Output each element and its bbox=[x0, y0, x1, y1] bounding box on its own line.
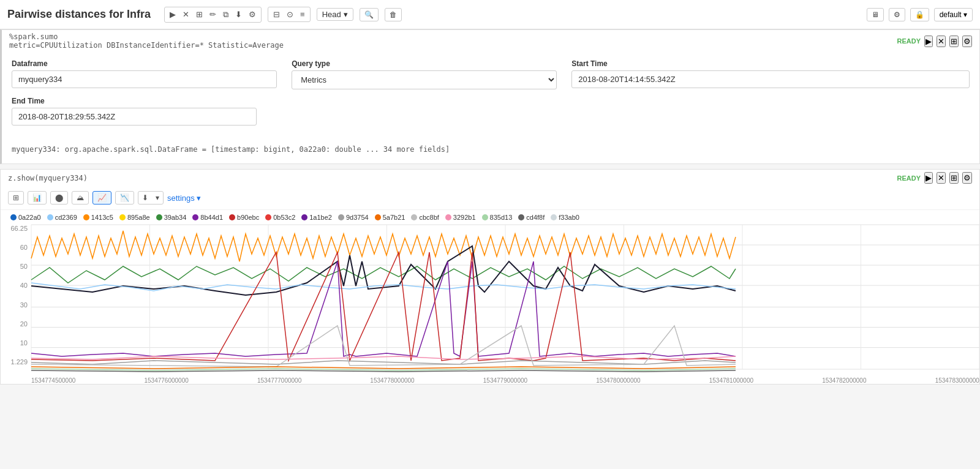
dataframe-input[interactable] bbox=[12, 70, 277, 88]
cell-1-code-line2: metric=CPUUtilization DBInstanceIdentifi… bbox=[9, 41, 284, 50]
cell-1-run[interactable]: ▶ bbox=[924, 36, 933, 47]
legend-item-895a8e: 895a8e bbox=[119, 214, 150, 221]
form-row-1: Dataframe Query type Metrics Logs Traces… bbox=[12, 59, 970, 89]
cell-1-status: READY ▶ ✕ ⊞ ⚙ bbox=[897, 36, 972, 47]
y-label: 40 bbox=[20, 282, 28, 289]
scatter-chart-btn[interactable]: 📉 bbox=[115, 191, 134, 204]
end-time-input[interactable] bbox=[12, 108, 257, 126]
cell-2-settings-gear[interactable]: ⚙ bbox=[962, 172, 972, 184]
top-bar-right: 🖥 ⚙ 🔒 default ▾ bbox=[867, 8, 973, 21]
y-label: 30 bbox=[20, 301, 28, 309]
legend-label: 5a7b21 bbox=[383, 214, 405, 221]
download-button[interactable]: ⬇ bbox=[233, 9, 244, 20]
dataframe-group: Dataframe bbox=[12, 59, 277, 89]
legend-dot bbox=[338, 214, 344, 220]
start-time-input[interactable] bbox=[571, 70, 970, 88]
cell-2-grid[interactable]: ⊞ bbox=[949, 172, 959, 184]
chart-legend: 0a22a0cd23691413c5895a8e39ab348b44d1b90e… bbox=[1, 210, 979, 225]
stop-button[interactable]: ✕ bbox=[180, 9, 192, 20]
line-8b44d1 bbox=[31, 261, 736, 356]
start-time-group: Start Time bbox=[571, 59, 970, 89]
query-type-label: Query type bbox=[292, 59, 557, 68]
line-chart-btn[interactable]: 📈 bbox=[92, 191, 111, 204]
copy-button[interactable]: ⧉ bbox=[221, 9, 231, 21]
line-cbc8bf bbox=[31, 326, 736, 367]
layout-button[interactable]: ⊟ bbox=[271, 9, 282, 20]
legend-dot bbox=[518, 214, 524, 220]
edit-button[interactable]: ✏ bbox=[207, 9, 219, 20]
legend-label: 8b44d1 bbox=[200, 214, 223, 221]
start-time-label: Start Time bbox=[571, 59, 970, 68]
gear-button[interactable]: ⚙ bbox=[246, 9, 258, 20]
table-view-btn[interactable]: ⊞ bbox=[8, 191, 24, 204]
x-label: 1534783000000 bbox=[935, 377, 979, 384]
notebook: %spark.sumo metric=CPUUtilization DBInst… bbox=[0, 29, 980, 385]
legend-label: 3292b1 bbox=[453, 214, 476, 221]
pie-chart-btn[interactable]: ⬤ bbox=[50, 191, 68, 204]
y-label: 20 bbox=[20, 320, 28, 328]
settings-button[interactable]: ⚙ bbox=[889, 8, 905, 21]
settings-dropdown-btn[interactable]: settings ▾ bbox=[167, 193, 201, 203]
y-label: 50 bbox=[20, 263, 28, 270]
download-btn[interactable]: ⬇ bbox=[138, 192, 152, 204]
legend-item-b90ebc: b90ebc bbox=[229, 214, 259, 221]
legend-label: 39ab34 bbox=[164, 214, 187, 221]
cell-2-expand[interactable]: ✕ bbox=[937, 172, 946, 184]
legend-dot bbox=[301, 214, 307, 220]
legend-dot bbox=[265, 214, 271, 220]
legend-label: 0a22a0 bbox=[18, 214, 41, 221]
legend-dot bbox=[229, 214, 235, 220]
grid-button[interactable]: ⊞ bbox=[194, 9, 205, 20]
cell-1-grid[interactable]: ⊞ bbox=[949, 36, 959, 47]
legend-label: 1a1be2 bbox=[309, 214, 332, 221]
area-chart-btn[interactable]: ⛰ bbox=[72, 191, 89, 204]
legend-dot bbox=[156, 214, 162, 220]
lock-button[interactable]: 🔒 bbox=[910, 8, 929, 21]
monitor-button[interactable]: 🖥 bbox=[867, 8, 884, 21]
legend-item-1413c5: 1413c5 bbox=[83, 214, 113, 221]
legend-dot bbox=[411, 214, 417, 220]
download-dropdown-btn[interactable]: ▾ bbox=[152, 192, 163, 204]
y-label: 66.25 bbox=[10, 225, 28, 232]
bar-chart-btn[interactable]: 📊 bbox=[28, 191, 47, 204]
legend-dot bbox=[83, 214, 89, 220]
legend-dot bbox=[375, 214, 381, 220]
cell-1-output: myquery334: org.apache.spark.sql.DataFra… bbox=[2, 140, 979, 163]
chart-toolbar: ⊞ 📊 ⬤ ⛰ 📈 📉 ⬇ ▾ settings ▾ bbox=[1, 186, 979, 210]
cell-1-form: Dataframe Query type Metrics Logs Traces… bbox=[2, 52, 979, 140]
cell-1: %spark.sumo metric=CPUUtilization DBInst… bbox=[0, 29, 980, 164]
circle-button[interactable]: ⊙ bbox=[284, 9, 296, 20]
legend-item-5a7b21: 5a7b21 bbox=[375, 214, 405, 221]
trash-button[interactable]: 🗑 bbox=[385, 8, 402, 21]
legend-item-1a1be2: 1a1be2 bbox=[301, 214, 332, 221]
chart-container: 66.256050403020101.229 bbox=[1, 225, 979, 384]
legend-label: cbc8bf bbox=[419, 214, 439, 221]
cell-1-expand[interactable]: ✕ bbox=[937, 36, 946, 47]
cell-2: z.show(myquery334) READY ▶ ✕ ⊞ ⚙ ⊞ 📊 ⬤ ⛰… bbox=[0, 169, 980, 385]
y-label: 1.229 bbox=[10, 358, 28, 366]
form-row-2: End Time bbox=[12, 97, 970, 126]
cell-2-run[interactable]: ▶ bbox=[924, 172, 933, 184]
legend-item-8b44d1: 8b44d1 bbox=[192, 214, 223, 221]
download-group: ⬇ ▾ bbox=[138, 191, 164, 204]
lines-button[interactable]: ≡ bbox=[298, 9, 307, 20]
cell-1-code: %spark.sumo metric=CPUUtilization DBInst… bbox=[9, 32, 284, 50]
cell-2-header: z.show(myquery334) READY ▶ ✕ ⊞ ⚙ bbox=[1, 170, 979, 186]
legend-item-39ab34: 39ab34 bbox=[156, 214, 187, 221]
monitor-icon: 🖥 bbox=[872, 10, 879, 19]
query-type-select[interactable]: Metrics Logs Traces bbox=[292, 70, 557, 89]
legend-dot bbox=[192, 214, 198, 220]
line-5a7b21 bbox=[31, 367, 736, 369]
run-button[interactable]: ▶ bbox=[167, 9, 178, 20]
default-button[interactable]: default ▾ bbox=[934, 8, 973, 21]
head-dropdown[interactable]: Head ▾ bbox=[317, 8, 353, 21]
search-button[interactable]: 🔍 bbox=[360, 8, 379, 21]
legend-label: cd4f8f bbox=[526, 214, 545, 221]
legend-label: 0b53c2 bbox=[273, 214, 295, 221]
toolbar-group-1: ▶ ✕ ⊞ ✏ ⧉ ⬇ ⚙ bbox=[164, 7, 262, 23]
line-9d3754 bbox=[31, 361, 736, 364]
chart-x-axis: 1534774500000153477600000015347770000001… bbox=[31, 377, 979, 384]
line-1413c5 bbox=[31, 231, 736, 261]
y-label: 60 bbox=[20, 244, 28, 251]
cell-1-settings[interactable]: ⚙ bbox=[962, 36, 972, 47]
